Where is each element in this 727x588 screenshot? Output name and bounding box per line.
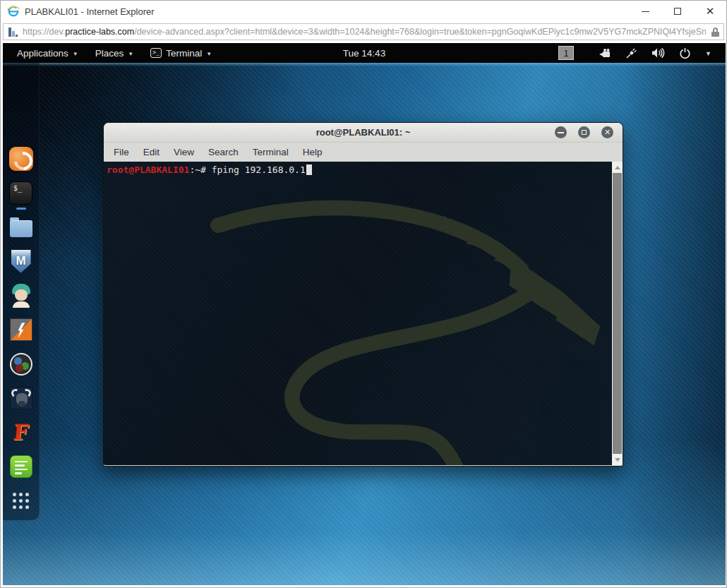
menu-terminal[interactable]: Terminal	[246, 143, 296, 162]
maximize-icon	[582, 130, 587, 135]
chevron-down-icon: ▼	[128, 51, 133, 57]
terminal-titlebar[interactable]: root@PLABKALI01: ~ ✕	[104, 123, 623, 143]
dock-item-cherrytree[interactable]	[7, 347, 35, 380]
terminal-minimize-button[interactable]	[555, 126, 567, 138]
arrow-down-icon	[615, 458, 620, 462]
ie-titlebar[interactable]: PLABKALI01 - Internet Explorer ✕	[1, 1, 726, 22]
kali-top-panel: Applications ▼ Places ▼ >_ Terminal ▼ Tu…	[3, 43, 726, 63]
close-icon: ✕	[706, 6, 715, 17]
arrow-up-icon	[615, 166, 620, 169]
terminal-scrollbar[interactable]	[612, 162, 623, 465]
firefox-icon	[9, 147, 33, 171]
minimize-icon	[642, 11, 649, 12]
cherrytree-icon	[10, 353, 32, 376]
ie-window: PLABKALI01 - Internet Explorer ✕ https:/…	[0, 0, 727, 588]
window-controls: ✕	[629, 1, 726, 22]
terminal-title: root@PLABKALI01: ~	[104, 127, 623, 138]
ie-urlbar: https://dev.practice-labs.com/device-adv…	[1, 22, 726, 42]
url-text[interactable]: https://dev.practice-labs.com/device-adv…	[23, 27, 706, 37]
practice-labs-favicon	[8, 27, 18, 37]
dock-item-burpsuite[interactable]	[7, 313, 35, 347]
menu-file[interactable]: File	[107, 143, 136, 162]
applications-menu[interactable]: Applications ▼	[3, 43, 87, 63]
menu-edit[interactable]: Edit	[136, 143, 167, 162]
menu-view[interactable]: View	[167, 143, 201, 162]
panel-status-area: 1 ▼	[558, 43, 726, 63]
window-title: PLABKALI01 - Internet Explorer	[25, 6, 629, 17]
scroll-down-button[interactable]	[612, 454, 623, 465]
close-icon: ✕	[604, 128, 611, 136]
terminal-prompt-line: root@PLABKALI01:~# fping 192.168.0.1	[104, 162, 623, 175]
terminal-icon: $_	[9, 181, 32, 205]
ssl-lock-icon	[711, 28, 719, 37]
scrollbar-thumb[interactable]	[613, 173, 622, 454]
dock-item-beef[interactable]	[7, 381, 35, 415]
faraday-icon: F	[12, 420, 30, 445]
kali-dragon-watermark	[150, 197, 608, 465]
close-button[interactable]: ✕	[694, 1, 726, 22]
chevron-down-icon: ▼	[206, 51, 212, 57]
applications-menu-label: Applications	[17, 48, 68, 59]
network-wired-icon[interactable]	[625, 47, 637, 59]
text-cursor	[306, 164, 312, 175]
maximize-icon	[674, 8, 681, 15]
typed-command: fping 192.168.0.1	[212, 164, 306, 175]
running-indicator	[16, 208, 26, 210]
terminal-maximize-button[interactable]	[578, 126, 590, 138]
burpsuite-icon	[10, 318, 32, 341]
terminal-window-controls: ✕	[555, 126, 623, 138]
minimize-button[interactable]	[629, 1, 661, 22]
camera-icon[interactable]	[599, 48, 611, 59]
menu-search[interactable]: Search	[201, 143, 246, 162]
dock-item-text-editor[interactable]	[7, 450, 35, 484]
chevron-down-icon: ▼	[73, 51, 78, 57]
terminal-app-menu-label: Terminal	[166, 48, 202, 59]
metasploit-shield-icon: M	[11, 250, 31, 273]
prompt-suffix: :~#	[189, 164, 211, 175]
dock-item-metasploit[interactable]: M	[7, 244, 35, 278]
dock-item-armitage[interactable]	[7, 279, 35, 313]
dock-item-show-applications[interactable]	[7, 484, 35, 517]
terminal-menubar: File Edit View Search Terminal Help	[104, 143, 623, 162]
terminal-close-button[interactable]: ✕	[601, 126, 613, 138]
dock-item-firefox[interactable]	[7, 142, 35, 176]
folder-icon	[10, 220, 32, 237]
maximize-button[interactable]	[661, 1, 694, 22]
terminal-screen[interactable]: root@PLABKALI01:~# fping 192.168.0.1	[104, 162, 623, 465]
app-grid-icon	[13, 493, 29, 509]
beef-bull-icon	[10, 387, 32, 409]
minimize-icon	[558, 132, 564, 133]
menu-help[interactable]: Help	[296, 143, 330, 162]
address-bar[interactable]: https://dev.practice-labs.com/device-adv…	[3, 23, 724, 40]
remote-desktop-viewport: Applications ▼ Places ▼ >_ Terminal ▼ Tu…	[3, 43, 726, 585]
volume-icon[interactable]	[651, 47, 665, 59]
places-menu[interactable]: Places ▼	[87, 43, 142, 63]
dock-item-terminal[interactable]: $_	[7, 176, 35, 210]
favorites-dock: $_ M F	[3, 63, 40, 520]
text-editor-icon	[10, 455, 32, 478]
scroll-up-button[interactable]	[612, 162, 623, 173]
workspace-indicator[interactable]: 1	[558, 46, 574, 60]
prompt-user: root@PLABKALI01	[107, 164, 189, 175]
terminal-window-icon: >_	[150, 48, 162, 58]
dock-item-faraday[interactable]: F	[7, 415, 35, 449]
terminal-app-menu[interactable]: >_ Terminal ▼	[142, 43, 220, 63]
armitage-icon	[11, 284, 32, 308]
url-prefix: https://dev.	[23, 27, 65, 37]
panel-dropdown-caret-icon[interactable]: ▼	[705, 50, 711, 57]
places-menu-label: Places	[95, 48, 124, 59]
dock-item-files[interactable]	[7, 210, 35, 244]
internet-explorer-icon	[7, 5, 20, 18]
url-path: /device-advanced.aspx?client=html&device…	[134, 27, 706, 37]
power-icon[interactable]	[679, 47, 691, 59]
terminal-window: root@PLABKALI01: ~ ✕ File Edit View Sear…	[103, 122, 623, 467]
url-domain: practice-labs.com	[65, 27, 134, 37]
